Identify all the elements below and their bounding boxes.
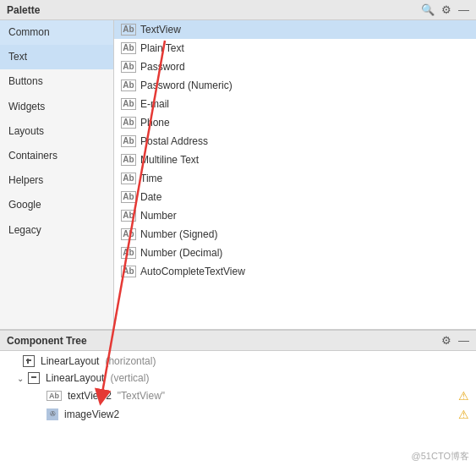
list-item[interactable]: Ab Plain Text [114, 39, 476, 58]
sidebar-item-text[interactable]: Text [0, 45, 113, 69]
ab-icon: Ab [121, 98, 136, 110]
item-label: E-mail [140, 98, 169, 110]
tree-item-sublabel: (vertical) [110, 372, 149, 384]
list-item[interactable]: Ab Number [114, 206, 476, 225]
tree-item-label: imageView2 [64, 408, 119, 420]
item-label: Postal Address [140, 135, 208, 147]
gear-icon[interactable]: ⚙ [441, 3, 451, 16]
layout-icon-vertical [28, 372, 40, 384]
ab-icon: Ab [121, 266, 136, 277]
tree-row[interactable]: LinearLayout (horizontal) [0, 353, 476, 370]
sidebar-item-buttons[interactable]: Buttons [0, 69, 113, 94]
sidebar-item-common[interactable]: Common [0, 20, 113, 45]
sidebar-item-widgets[interactable]: Widgets [0, 95, 113, 119]
item-label: Multiline Text [140, 154, 199, 166]
tree-header: Component Tree ⚙ — [0, 331, 476, 351]
list-item[interactable]: Ab Postal Address [114, 132, 476, 151]
sidebar-item-legacy[interactable]: Legacy [0, 218, 113, 243]
ab-icon: Ab [121, 191, 136, 203]
palette-header-icons: 🔍 ⚙ — [421, 3, 469, 16]
tree-body: LinearLayout (horizontal) ⌄ LinearLayout… [0, 351, 476, 466]
item-label: Number [140, 210, 177, 222]
ab-icon: Ab [121, 247, 136, 259]
tree-item-label: textView2 [68, 390, 112, 402]
item-label: AutoCompleteTextView [140, 266, 245, 277]
ab-icon: Ab [121, 42, 136, 54]
list-item[interactable]: Ab Multiline Text [114, 151, 476, 169]
minus-icon[interactable]: — [458, 3, 469, 16]
palette-header: Palette 🔍 ⚙ — [0, 0, 476, 20]
palette-panel: Palette 🔍 ⚙ — Common Text Buttons Widget… [0, 0, 476, 330]
palette-body: Common Text Buttons Widgets Layouts Cont… [0, 20, 476, 329]
ab-icon: Ab [121, 24, 136, 36]
ab-icon: Ab [121, 154, 136, 166]
list-item[interactable]: Ab AutoCompleteTextView [114, 262, 476, 281]
ab-icon: Ab [121, 117, 136, 129]
tree-gear-icon[interactable]: ⚙ [441, 334, 451, 347]
palette-sidebar: Common Text Buttons Widgets Layouts Cont… [0, 20, 114, 329]
tree-title: Component Tree [7, 335, 87, 347]
item-label: Phone [140, 117, 170, 129]
list-item[interactable]: Ab Number (Decimal) [114, 244, 476, 262]
watermark: @51CTO博客 [412, 450, 469, 463]
item-label: Time [140, 173, 162, 184]
item-label: Number (Signed) [140, 228, 217, 240]
sidebar-item-helpers[interactable]: Helpers [0, 168, 113, 193]
component-tree-panel: Component Tree ⚙ — LinearLayout (horizon… [0, 330, 476, 466]
expand-icon[interactable]: ⌄ [17, 374, 24, 383]
item-label: Date [140, 191, 161, 203]
ab-icon: Ab [121, 61, 136, 73]
ab-icon: Ab [47, 391, 62, 402]
item-label: TextView [140, 24, 181, 36]
tree-item-label: LinearLayout [41, 355, 99, 367]
list-item[interactable]: Ab E-mail [114, 95, 476, 113]
list-item[interactable]: Ab Time [114, 169, 476, 188]
tree-row[interactable]: Ab textView2 "TextView" ⚠ [0, 387, 476, 405]
tree-item-sublabel: "TextView" [118, 390, 165, 402]
list-item[interactable]: Ab Date [114, 188, 476, 206]
warning-icon: ⚠ [458, 389, 469, 403]
ab-icon: Ab [121, 228, 136, 240]
item-label: Number (Decimal) [140, 247, 222, 259]
sidebar-item-google[interactable]: Google [0, 193, 113, 217]
list-item[interactable]: Ab Phone [114, 113, 476, 132]
sidebar-item-containers[interactable]: Containers [0, 144, 113, 168]
list-item[interactable]: Ab Number (Signed) [114, 225, 476, 244]
ab-icon: Ab [121, 79, 136, 91]
image-icon: ✇ [47, 408, 58, 420]
sidebar-item-layouts[interactable]: Layouts [0, 119, 113, 144]
list-item[interactable]: Ab Password (Numeric) [114, 76, 476, 95]
ab-icon: Ab [121, 135, 136, 147]
warning-icon: ⚠ [458, 408, 469, 421]
palette-title: Palette [7, 4, 40, 16]
item-label: Plain Text [140, 42, 184, 54]
list-item[interactable]: Ab TextView [114, 20, 476, 39]
tree-item-sublabel: (horizontal) [105, 355, 156, 367]
item-label: Password (Numeric) [140, 79, 233, 91]
layout-icon-horizontal [23, 355, 35, 367]
palette-content: Ab TextView Ab Plain Text Ab Password Ab… [114, 20, 476, 329]
ab-icon: Ab [121, 173, 136, 184]
tree-row[interactable]: ✇ imageView2 ⚠ [0, 405, 476, 424]
tree-header-icons: ⚙ — [441, 334, 469, 347]
list-item[interactable]: Ab Password [114, 58, 476, 76]
tree-minus-icon[interactable]: — [458, 334, 469, 347]
search-icon[interactable]: 🔍 [421, 3, 435, 16]
item-label: Password [140, 61, 185, 73]
tree-item-label: LinearLayout [46, 372, 104, 384]
tree-row[interactable]: ⌄ LinearLayout (vertical) [0, 370, 476, 387]
ab-icon: Ab [121, 210, 136, 222]
